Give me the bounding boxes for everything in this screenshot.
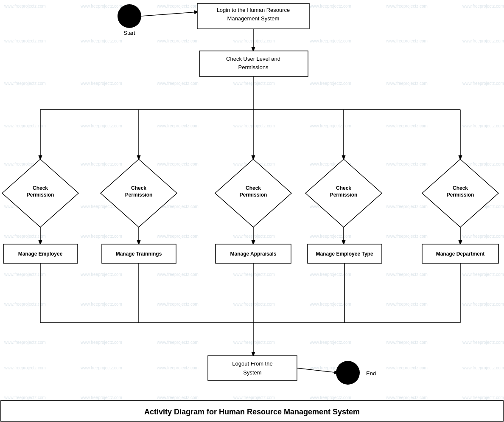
- diamond-4-text-1: Check: [336, 185, 351, 191]
- svg-text:www.freeprojectz.com: www.freeprojectz.com: [4, 366, 46, 370]
- svg-text:www.freeprojectz.com: www.freeprojectz.com: [386, 366, 428, 370]
- svg-text:www.freeprojectz.com: www.freeprojectz.com: [233, 39, 275, 43]
- svg-text:www.freeprojectz.com: www.freeprojectz.com: [157, 81, 199, 86]
- svg-text:www.freeprojectz.com: www.freeprojectz.com: [309, 124, 351, 128]
- svg-text:www.freeprojectz.com: www.freeprojectz.com: [386, 124, 428, 128]
- svg-text:www.freeprojectz.com: www.freeprojectz.com: [233, 340, 275, 345]
- svg-text:www.freeprojectz.com: www.freeprojectz.com: [157, 234, 199, 239]
- svg-text:www.freeprojectz.com: www.freeprojectz.com: [80, 81, 122, 86]
- start-label: Start: [123, 30, 135, 36]
- svg-text:www.freeprojectz.com: www.freeprojectz.com: [157, 302, 199, 307]
- svg-text:www.freeprojectz.com: www.freeprojectz.com: [386, 39, 428, 43]
- svg-text:www.freeprojectz.com: www.freeprojectz.com: [4, 124, 46, 128]
- svg-text:www.freeprojectz.com: www.freeprojectz.com: [4, 81, 46, 86]
- logout-text-1: Logout From the: [232, 360, 272, 367]
- svg-text:www.freeprojectz.com: www.freeprojectz.com: [4, 340, 46, 345]
- check-user-level-text-1: Check User Level and: [226, 56, 280, 62]
- svg-text:www.freeprojectz.com: www.freeprojectz.com: [233, 234, 275, 239]
- svg-text:www.freeprojectz.com: www.freeprojectz.com: [157, 162, 199, 166]
- svg-text:www.freeprojectz.com: www.freeprojectz.com: [386, 4, 428, 8]
- diamond-5-text-1: Check: [453, 185, 468, 191]
- end-circle: [336, 361, 360, 385]
- svg-text:www.freeprojectz.com: www.freeprojectz.com: [309, 395, 351, 400]
- svg-text:www.freeprojectz.com: www.freeprojectz.com: [157, 366, 199, 370]
- svg-text:www.freeprojectz.com: www.freeprojectz.com: [80, 366, 122, 370]
- svg-text:www.freeprojectz.com: www.freeprojectz.com: [386, 340, 428, 345]
- svg-text:www.freeprojectz.com: www.freeprojectz.com: [80, 4, 122, 8]
- manage-appraisals-text: Manage Appraisals: [230, 251, 277, 257]
- svg-text:www.freeprojectz.com: www.freeprojectz.com: [157, 395, 199, 400]
- login-text-2: Management System: [227, 15, 280, 22]
- svg-text:www.freeprojectz.com: www.freeprojectz.com: [309, 272, 351, 277]
- diamond-3-text-1: Check: [246, 185, 261, 191]
- svg-text:www.freeprojectz.com: www.freeprojectz.com: [386, 234, 428, 239]
- svg-text:www.freeprojectz.com: www.freeprojectz.com: [233, 302, 275, 307]
- svg-text:www.freeprojectz.com: www.freeprojectz.com: [462, 81, 504, 86]
- svg-text:www.freeprojectz.com: www.freeprojectz.com: [157, 124, 199, 128]
- svg-text:www.freeprojectz.com: www.freeprojectz.com: [4, 302, 46, 307]
- start-circle: [118, 4, 141, 28]
- check-user-level-box: [199, 51, 308, 76]
- svg-text:www.freeprojectz.com: www.freeprojectz.com: [157, 4, 199, 8]
- end-label: End: [366, 370, 376, 377]
- svg-text:www.freeprojectz.com: www.freeprojectz.com: [80, 124, 122, 128]
- svg-text:www.freeprojectz.com: www.freeprojectz.com: [157, 272, 199, 277]
- manage-department-text: Manage Department: [436, 251, 485, 257]
- diamond-3-text-2: Permission: [240, 192, 267, 198]
- svg-text:www.freeprojectz.com: www.freeprojectz.com: [309, 302, 351, 307]
- svg-text:www.freeprojectz.com: www.freeprojectz.com: [80, 234, 122, 239]
- svg-text:www.freeprojectz.com: www.freeprojectz.com: [4, 4, 46, 8]
- svg-text:www.freeprojectz.com: www.freeprojectz.com: [233, 395, 275, 400]
- logout-box: [208, 356, 297, 380]
- check-user-level-text-2: Permissions: [238, 64, 269, 70]
- svg-text:www.freeprojectz.com: www.freeprojectz.com: [309, 39, 351, 43]
- svg-text:www.freeprojectz.com: www.freeprojectz.com: [80, 395, 122, 400]
- svg-text:www.freeprojectz.com: www.freeprojectz.com: [386, 272, 428, 277]
- svg-text:www.freeprojectz.com: www.freeprojectz.com: [309, 4, 351, 8]
- svg-text:www.freeprojectz.com: www.freeprojectz.com: [386, 204, 428, 209]
- svg-text:www.freeprojectz.com: www.freeprojectz.com: [4, 234, 46, 239]
- svg-text:www.freeprojectz.com: www.freeprojectz.com: [80, 162, 122, 166]
- svg-text:www.freeprojectz.com: www.freeprojectz.com: [4, 39, 46, 43]
- svg-text:www.freeprojectz.com: www.freeprojectz.com: [462, 124, 504, 128]
- diamond-1-text-1: Check: [33, 185, 48, 191]
- diamond-4-text-2: Permission: [330, 192, 358, 198]
- svg-text:www.freeprojectz.com: www.freeprojectz.com: [462, 340, 504, 345]
- svg-text:www.freeprojectz.com: www.freeprojectz.com: [462, 272, 504, 277]
- svg-text:www.freeprojectz.com: www.freeprojectz.com: [309, 340, 351, 345]
- svg-text:www.freeprojectz.com: www.freeprojectz.com: [462, 234, 504, 239]
- logout-text-2: System: [243, 369, 261, 376]
- svg-text:www.freeprojectz.com: www.freeprojectz.com: [462, 395, 504, 400]
- svg-text:www.freeprojectz.com: www.freeprojectz.com: [462, 366, 504, 370]
- diamond-1-text-2: Permission: [27, 192, 54, 198]
- manage-employee-type-text: Manage Employee Type: [316, 251, 373, 257]
- svg-text:www.freeprojectz.com: www.freeprojectz.com: [462, 4, 504, 8]
- diamond-2-text-2: Permission: [125, 192, 153, 198]
- svg-text:www.freeprojectz.com: www.freeprojectz.com: [386, 162, 428, 166]
- svg-text:www.freeprojectz.com: www.freeprojectz.com: [80, 302, 122, 307]
- svg-text:www.freeprojectz.com: www.freeprojectz.com: [462, 302, 504, 307]
- svg-text:www.freeprojectz.com: www.freeprojectz.com: [309, 81, 351, 86]
- svg-line-84: [141, 12, 198, 16]
- svg-text:www.freeprojectz.com: www.freeprojectz.com: [233, 272, 275, 277]
- svg-text:www.freeprojectz.com: www.freeprojectz.com: [386, 395, 428, 400]
- svg-text:www.freeprojectz.com: www.freeprojectz.com: [386, 302, 428, 307]
- svg-text:www.freeprojectz.com: www.freeprojectz.com: [386, 81, 428, 86]
- manage-trainnings-text: Manage Trainnings: [116, 251, 162, 257]
- svg-text:www.freeprojectz.com: www.freeprojectz.com: [80, 340, 122, 345]
- svg-text:www.freeprojectz.com: www.freeprojectz.com: [4, 272, 46, 277]
- svg-text:www.freeprojectz.com: www.freeprojectz.com: [157, 340, 199, 345]
- login-text-1: Login to the Human Resource: [217, 7, 290, 13]
- svg-text:www.freeprojectz.com: www.freeprojectz.com: [80, 39, 122, 43]
- diagram-area: www.freeprojectz.com www.freeprojectz.co…: [0, 0, 504, 422]
- manage-employee-text: Manage Employee: [18, 251, 63, 257]
- svg-text:www.freeprojectz.com: www.freeprojectz.com: [4, 395, 46, 400]
- svg-text:www.freeprojectz.com: www.freeprojectz.com: [462, 162, 504, 166]
- svg-text:www.freeprojectz.com: www.freeprojectz.com: [233, 124, 275, 128]
- svg-text:www.freeprojectz.com: www.freeprojectz.com: [233, 81, 275, 86]
- svg-text:www.freeprojectz.com: www.freeprojectz.com: [309, 234, 351, 239]
- footer-title: Activity Diagram for Human Resource Mana…: [144, 408, 360, 416]
- svg-text:www.freeprojectz.com: www.freeprojectz.com: [157, 39, 199, 43]
- diamond-5-text-2: Permission: [447, 192, 474, 198]
- diamond-2-text-1: Check: [131, 185, 146, 191]
